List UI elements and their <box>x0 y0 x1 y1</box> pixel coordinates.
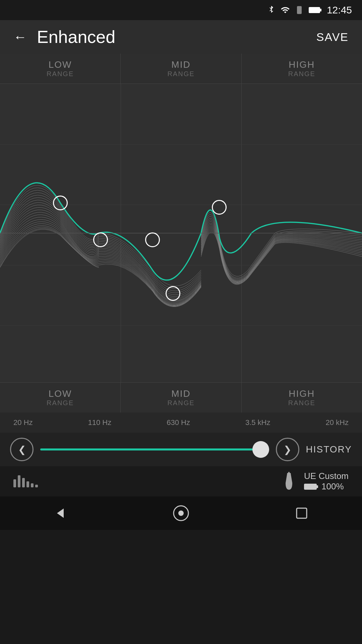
nav-bar <box>0 496 362 530</box>
svg-point-9 <box>178 511 184 516</box>
mid-sub-top: RANGE <box>167 70 194 78</box>
next-icon: ❯ <box>284 444 291 455</box>
device-name: UE Custom <box>304 471 349 481</box>
mid-label-bottom: MID <box>171 388 190 399</box>
eq-curve <box>0 84 362 382</box>
back-nav-button[interactable] <box>47 500 74 527</box>
top-bar-left: ← Enhanced <box>13 27 115 47</box>
range-section-mid-top: MID RANGE <box>121 54 241 84</box>
history-bar: ❮ ❯ HISTORY <box>0 433 362 466</box>
prev-icon: ❮ <box>18 444 26 455</box>
recent-square-icon <box>296 507 307 519</box>
eq-bar-2 <box>18 475 20 487</box>
freq-label-2: 630 Hz <box>167 418 190 427</box>
sim-icon <box>295 5 304 15</box>
recent-nav-button[interactable] <box>288 500 315 527</box>
wifi-icon <box>281 5 290 15</box>
history-slider-thumb[interactable] <box>252 441 269 458</box>
eq-area: LOW RANGE MID RANGE HIGH RANGE <box>0 54 362 413</box>
control-point-2[interactable] <box>93 232 108 247</box>
status-bar: 12:45 <box>0 0 362 20</box>
device-icon <box>281 471 297 491</box>
range-section-high-top: HIGH RANGE <box>242 54 362 84</box>
control-point-1[interactable] <box>53 196 68 210</box>
svg-rect-10 <box>297 508 307 518</box>
history-label: HISTORY <box>306 444 352 455</box>
eq-bar-4 <box>26 481 29 487</box>
device-bar: UE Custom 100% <box>0 466 362 496</box>
high-label-bottom: HIGH <box>289 388 315 399</box>
page-title: Enhanced <box>37 27 115 47</box>
next-button[interactable]: ❯ <box>276 438 299 461</box>
low-sub-bottom: RANGE <box>47 399 74 407</box>
back-triangle-icon <box>54 507 66 519</box>
battery-pct: 100% <box>321 481 344 492</box>
freq-label-0: 20 Hz <box>13 418 33 427</box>
high-sub-top: RANGE <box>288 70 315 78</box>
range-section-low-bottom: LOW RANGE <box>0 383 121 413</box>
prev-button[interactable]: ❮ <box>10 438 34 461</box>
history-slider-track[interactable] <box>40 448 269 450</box>
range-labels-bottom: LOW RANGE MID RANGE HIGH RANGE <box>0 382 362 413</box>
control-point-4[interactable] <box>166 286 180 301</box>
mid-sub-bottom: RANGE <box>167 399 194 407</box>
svg-rect-1 <box>309 7 320 13</box>
control-point-5[interactable] <box>212 200 227 215</box>
freq-label-1: 110 Hz <box>88 418 111 427</box>
svg-rect-6 <box>316 485 318 488</box>
battery-small-icon <box>304 483 319 490</box>
battery-icon <box>309 6 322 14</box>
range-section-mid-bottom: MID RANGE <box>121 383 241 413</box>
save-button[interactable]: SAVE <box>316 31 349 44</box>
mid-label-top: MID <box>171 59 190 70</box>
freq-label-3: 3.5 kHz <box>245 418 270 427</box>
home-circle-icon <box>172 504 190 522</box>
svg-rect-0 <box>297 6 302 14</box>
eq-bar-1 <box>13 479 16 487</box>
range-labels-top: LOW RANGE MID RANGE HIGH RANGE <box>0 54 362 84</box>
svg-rect-5 <box>304 484 316 489</box>
freq-label-4: 20 kHz <box>326 418 349 427</box>
eq-bar-3 <box>22 478 25 487</box>
low-label-bottom: LOW <box>49 388 72 399</box>
svg-rect-2 <box>320 9 321 11</box>
back-button[interactable]: ← <box>13 30 27 45</box>
svg-marker-7 <box>57 508 64 518</box>
top-bar: ← Enhanced SAVE <box>0 20 362 54</box>
status-time: 12:45 <box>327 4 352 16</box>
device-info: UE Custom 100% <box>281 471 349 492</box>
low-sub-top: RANGE <box>47 70 74 78</box>
home-nav-button[interactable] <box>168 500 194 527</box>
high-label-top: HIGH <box>289 59 315 70</box>
range-section-high-bottom: HIGH RANGE <box>242 383 362 413</box>
bluetooth-icon <box>266 5 276 15</box>
status-icons: 12:45 <box>266 4 352 16</box>
eq-bar-5 <box>31 483 34 487</box>
device-text: UE Custom 100% <box>304 471 349 492</box>
range-section-low-top: LOW RANGE <box>0 54 121 84</box>
equalizer-icon <box>13 475 38 487</box>
battery-info: 100% <box>304 481 349 492</box>
eq-bar-6 <box>35 485 38 487</box>
control-point-3[interactable] <box>145 232 160 247</box>
low-label-top: LOW <box>49 59 72 70</box>
freq-bar: 20 Hz 110 Hz 630 Hz 3.5 kHz 20 kHz <box>0 413 362 433</box>
high-sub-bottom: RANGE <box>288 399 315 407</box>
